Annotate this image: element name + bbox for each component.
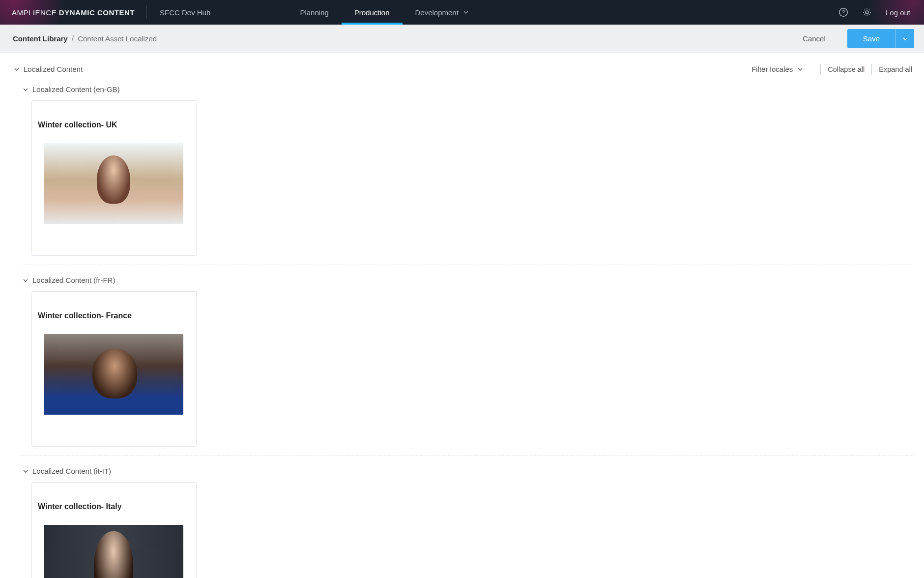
save-dropdown-button[interactable] xyxy=(895,29,914,48)
divider xyxy=(871,64,872,75)
brand-bold: DYNAMIC CONTENT xyxy=(59,8,135,17)
card-thumbnail xyxy=(44,525,183,578)
tab-development-label: Development xyxy=(415,8,459,17)
content-card[interactable]: Winter collection- France xyxy=(31,291,197,447)
content-toolbar: Localized Content Filter locales Collaps… xyxy=(10,62,919,76)
top-nav: AMPLIENCE DYNAMIC CONTENT SFCC Dev Hub P… xyxy=(0,0,924,25)
divider xyxy=(820,64,821,75)
filter-locales-label: Filter locales xyxy=(751,65,793,73)
chevron-down-icon xyxy=(14,67,20,71)
main-content[interactable]: Localized Content Filter locales Collaps… xyxy=(0,53,924,578)
locale-header-label: Localized Content (fr-FR) xyxy=(32,276,115,284)
caret-down-icon xyxy=(463,11,468,14)
section-separator xyxy=(21,456,914,456)
top-actions: ? Log out xyxy=(825,7,924,17)
nav-tabs: Planning Production Development xyxy=(287,0,481,25)
help-icon[interactable]: ? xyxy=(838,7,848,17)
cancel-button[interactable]: Cancel xyxy=(793,30,836,48)
section-toggle-root[interactable]: Localized Content xyxy=(10,62,87,76)
section-root-label: Localized Content xyxy=(24,65,83,73)
tab-production-label: Production xyxy=(354,8,390,17)
save-button-group: Save xyxy=(847,29,914,48)
chevron-down-icon xyxy=(23,278,29,282)
logout-link[interactable]: Log out xyxy=(886,8,910,17)
section-separator xyxy=(21,265,914,265)
tab-planning-label: Planning xyxy=(300,8,328,17)
brand-light: AMPLIENCE xyxy=(12,8,59,17)
locale-toggle-it-it[interactable]: Localized Content (it-IT) xyxy=(21,463,919,479)
expand-all-button[interactable]: Expand all xyxy=(879,65,912,73)
locale-toggle-en-gb[interactable]: Localized Content (en-GB) xyxy=(21,81,919,97)
chevron-down-icon xyxy=(23,469,29,473)
caret-down-icon xyxy=(798,68,803,71)
locale-block-en-gb: Localized Content (en-GB) Winter collect… xyxy=(21,81,919,256)
collapse-all-button[interactable]: Collapse all xyxy=(828,65,865,73)
breadcrumb-bar: Content Library / Content Asset Localize… xyxy=(0,25,924,53)
chevron-down-icon xyxy=(23,88,29,91)
tab-production[interactable]: Production xyxy=(342,0,403,25)
content-card[interactable]: Winter collection- UK xyxy=(31,100,197,256)
content-card[interactable]: Winter collection- Italy xyxy=(31,482,197,578)
tab-development[interactable]: Development xyxy=(403,0,481,25)
card-title: Winter collection- UK xyxy=(38,121,190,129)
locale-header-label: Localized Content (en-GB) xyxy=(32,85,120,93)
hub-name[interactable]: SFCC Dev Hub xyxy=(147,8,223,17)
svg-text:?: ? xyxy=(842,9,845,15)
card-thumbnail xyxy=(44,334,183,415)
breadcrumb-separator: / xyxy=(72,34,74,43)
card-title: Winter collection- Italy xyxy=(38,502,190,511)
breadcrumb-current: Content Asset Localized xyxy=(78,34,157,43)
card-thumbnail xyxy=(44,143,183,224)
locale-toggle-fr-fr[interactable]: Localized Content (fr-FR) xyxy=(21,272,919,288)
settings-gear-icon[interactable] xyxy=(862,7,872,17)
filter-locales-dropdown[interactable]: Filter locales xyxy=(751,65,803,73)
locale-header-label: Localized Content (it-IT) xyxy=(32,467,111,475)
locale-block-it-it: Localized Content (it-IT) Winter collect… xyxy=(21,463,919,578)
locale-block-fr-fr: Localized Content (fr-FR) Winter collect… xyxy=(21,272,919,447)
card-title: Winter collection- France xyxy=(38,311,190,320)
save-button[interactable]: Save xyxy=(847,29,895,48)
tab-planning[interactable]: Planning xyxy=(287,0,341,25)
breadcrumb-root[interactable]: Content Library xyxy=(13,34,68,43)
svg-point-2 xyxy=(866,11,868,14)
brand-logo: AMPLIENCE DYNAMIC CONTENT xyxy=(0,8,146,17)
